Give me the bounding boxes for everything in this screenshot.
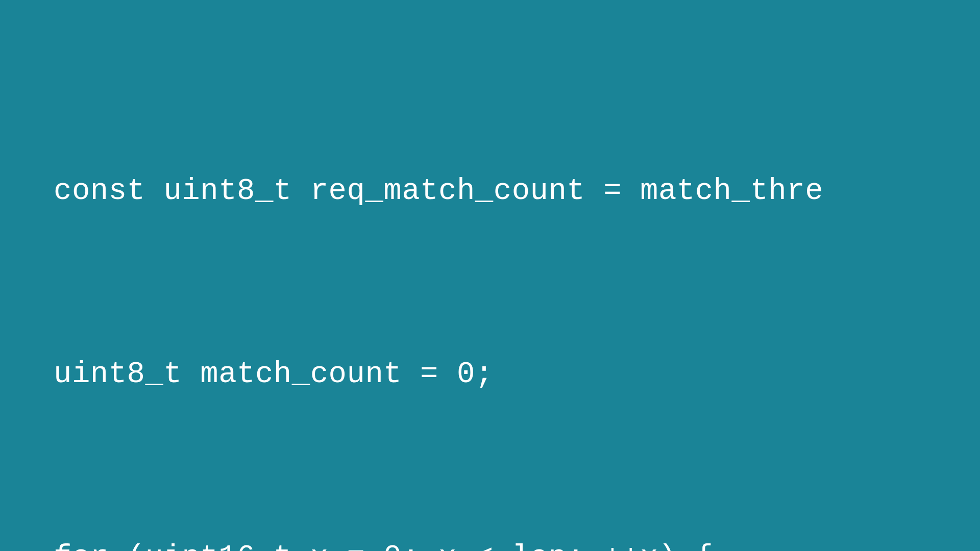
code-line-2: uint8_t match_count = 0;	[54, 344, 980, 405]
code-text: uint8_t match_count = 0;	[54, 357, 494, 391]
code-line-1: const uint8_t req_match_count = match_th…	[54, 161, 980, 222]
code-text: const uint8_t req_match_count = match_th…	[54, 174, 823, 208]
code-line-3: for (uint16_t x = 0; x < len; ++x) {	[54, 527, 980, 551]
code-text: for (uint16_t x = 0; x < len; ++x) {	[54, 540, 714, 551]
code-block: const uint8_t req_match_count = match_th…	[0, 0, 980, 551]
